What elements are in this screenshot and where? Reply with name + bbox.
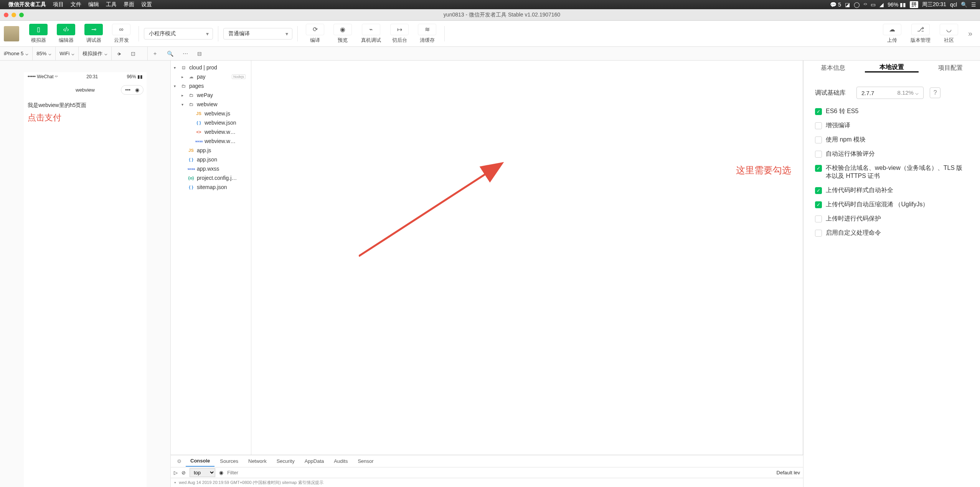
tab-appdata[interactable]: AppData [300,456,329,466]
wechat-tray-icon[interactable]: 💬 5 [830,2,841,8]
wifi-icon[interactable]: ⌔ [864,2,867,8]
menu-app-name[interactable]: 微信开发者工具 [8,1,46,8]
tree-webview-js[interactable]: JSwebview.js [171,109,251,118]
checkbox-icon[interactable]: ✓ [815,108,822,115]
add-file-icon[interactable]: ＋ [148,50,162,57]
checkbox-icon[interactable]: ✓ [815,201,822,208]
tab-sensor[interactable]: Sensor [353,456,378,466]
simulator-button[interactable]: ▯模拟器 [26,24,51,44]
setting-check-1[interactable]: 增强编译 [815,122,968,130]
settings-icon[interactable]: ⊟ [193,51,206,57]
setting-check-2[interactable]: 使用 npm 模块 [815,136,968,144]
traffic-lights[interactable] [4,13,24,17]
compile-mode-select[interactable]: 普通编译 [223,28,292,39]
tree-webview-wxss[interactable]: wxsswebview.w… [171,137,251,146]
checkbox-icon[interactable]: ✓ [815,187,822,194]
tree-webview-wxml[interactable]: <>webview.w… [171,127,251,137]
menu-list-icon[interactable]: ☰ [971,2,976,8]
setting-check-8[interactable]: 启用自定义处理命令 [815,229,968,237]
clear-cache-button[interactable]: ≋清缓存 [415,24,439,44]
community-button[interactable]: ◡社区 [937,24,961,44]
sim-action-select[interactable]: 模拟操作⌵ [79,47,112,60]
mute-icon[interactable]: 🕩 [112,51,126,57]
tree-root[interactable]: ▾⊡cloud | prod [171,63,251,72]
project-avatar[interactable] [4,26,19,41]
setting-check-6[interactable]: ✓上传代码时自动压缩混淆 （UglifyJs） [815,201,968,209]
checkbox-icon[interactable]: ✓ [815,165,822,172]
menu-edit[interactable]: 编辑 [88,1,99,8]
ime-indicator[interactable]: 拼 [910,1,918,8]
editor-button[interactable]: ‹/›编辑器 [54,24,78,44]
dock-icon[interactable]: ⊡ [126,51,140,57]
tree-app-wxss[interactable]: wxssapp.wxss [171,164,251,173]
inspect-icon[interactable]: ⯐ [174,458,185,464]
checkbox-icon[interactable] [815,230,822,237]
volume-icon[interactable]: ◢ [879,2,884,8]
compile-button[interactable]: ⟳编译 [303,24,327,44]
search-icon[interactable]: 🔍 [961,2,967,8]
network-select[interactable]: WiFi⌵ [56,47,79,60]
clear-icon[interactable]: ⊘ [181,470,186,475]
more-icon[interactable]: ⋯ [178,51,193,57]
tab-audits[interactable]: Audits [329,456,352,466]
cloud-dev-button[interactable]: ∞云开发 [109,24,134,44]
background-button[interactable]: ↦切后台 [387,24,412,44]
checkbox-icon[interactable] [815,122,822,129]
pay-link[interactable]: 点击支付 [28,112,143,123]
tab-local-settings[interactable]: 本地设置 [862,63,921,76]
menu-project[interactable]: 项目 [53,1,64,8]
capsule-close-icon[interactable]: ◉ [135,87,139,93]
setting-check-0[interactable]: ✓ES6 转 ES5 [815,107,968,115]
tree-sitemap[interactable]: { }sitemap.json [171,183,251,192]
checkbox-icon[interactable] [815,216,822,222]
base-lib-select[interactable]: 2.7.7 8.12% ⌵ [856,87,924,99]
menu-tool[interactable]: 工具 [106,1,117,8]
setting-check-7[interactable]: 上传时进行代码保护 [815,215,968,223]
tab-project-config[interactable]: 项目配置 [921,64,980,76]
capsule-menu-icon[interactable]: ••• [125,87,130,93]
checkbox-icon[interactable] [815,137,822,143]
capsule-button[interactable]: ••• ◉ [121,85,144,95]
tree-pages[interactable]: ▾🗀pages [171,81,251,90]
close-window-button[interactable] [4,13,8,17]
setting-check-5[interactable]: ✓上传代码时样式自动补全 [815,186,968,194]
tree-pay[interactable]: ▸☁payNodejs [171,72,251,81]
menu-interface[interactable]: 界面 [124,1,134,8]
tray-icon[interactable]: ◪ [845,2,850,8]
tab-sources[interactable]: Sources [215,456,243,466]
filter-input[interactable] [227,470,773,475]
debugger-button[interactable]: ⊸调试器 [81,24,106,44]
tab-network[interactable]: Network [244,456,271,466]
globe-icon[interactable]: ◯ [854,2,860,8]
mode-select[interactable]: 小程序模式 [144,28,213,39]
version-button[interactable]: ⎇版本管理 [907,24,934,44]
search-icon[interactable]: 🔍 [162,51,178,57]
preview-button[interactable]: ◉预览 [330,24,355,44]
eye-icon[interactable]: ◉ [219,470,223,475]
device-select[interactable]: iPhone 5⌵ [0,47,33,60]
help-button[interactable]: ? [930,87,940,98]
upload-button[interactable]: ☁上传 [880,24,904,44]
setting-check-4[interactable]: ✓不校验合法域名、web-view（业务域名）、TLS 版本以及 HTTPS 证… [815,164,968,180]
tree-app-json[interactable]: { }app.json [171,155,251,164]
checkbox-icon[interactable] [815,151,822,158]
context-select[interactable]: top [190,468,215,477]
menu-file[interactable]: 文件 [71,1,81,8]
tree-project-config[interactable]: {o}project.config.j… [171,173,251,183]
play-icon[interactable]: ▷ [174,470,178,475]
setting-check-3[interactable]: 自动运行体验评分 [815,150,968,158]
tab-basic-info[interactable]: 基本信息 [803,64,862,76]
zoom-select[interactable]: 85%⌵ [33,47,56,60]
minimize-window-button[interactable] [12,13,16,17]
maximize-window-button[interactable] [19,13,24,17]
screen-icon-icon[interactable]: ▭ [871,2,876,8]
tree-app-js[interactable]: JSapp.js [171,146,251,155]
level-select[interactable]: Default lev [777,470,800,475]
tree-wepay[interactable]: ▸🗀wePay [171,90,251,100]
menu-settings[interactable]: 设置 [141,1,152,8]
user-name[interactable]: qcl [950,2,957,8]
tree-webview-json[interactable]: { }webview.json [171,118,251,127]
remote-debug-button[interactable]: ⌁真机调试 [358,24,384,44]
tab-security[interactable]: Security [272,456,299,466]
toolbar-more-button[interactable]: » [964,29,976,38]
